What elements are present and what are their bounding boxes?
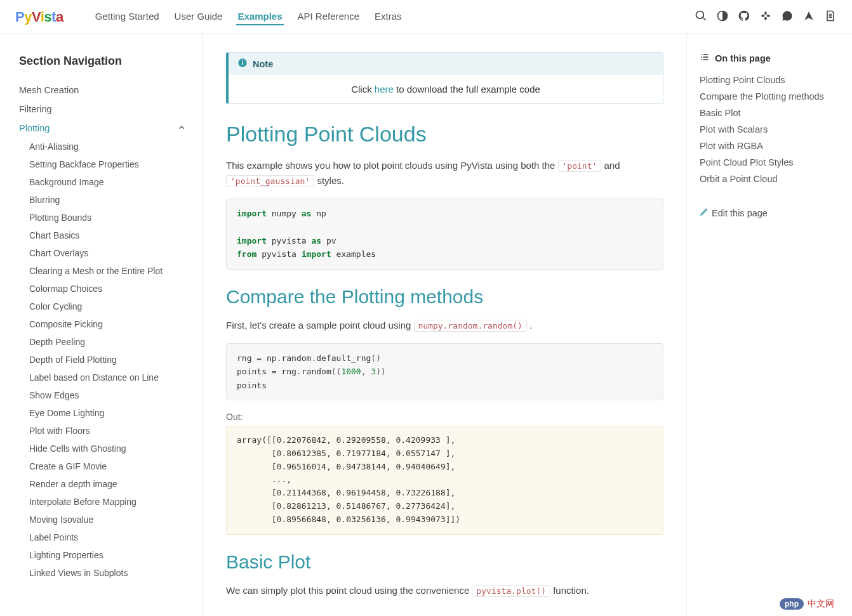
pencil-icon xyxy=(700,208,709,218)
download-link[interactable]: here xyxy=(375,84,394,95)
github-icon[interactable] xyxy=(738,10,750,25)
nav-examples[interactable]: Examples xyxy=(236,8,283,25)
nav-extras[interactable]: Extras xyxy=(373,8,403,25)
theme-icon[interactable] xyxy=(716,10,729,25)
sidebar-item-mesh-creation[interactable]: Mesh Creation xyxy=(19,81,191,100)
toc-compare-the-plotting-methods[interactable]: Compare the Plotting methods xyxy=(700,88,839,105)
docs-icon[interactable] xyxy=(824,10,837,25)
main-content: i Note Click here to download the full e… xyxy=(203,34,687,616)
info-icon: i xyxy=(237,58,248,70)
logo[interactable]: PyVista xyxy=(15,9,63,25)
sidebar-item-colormap-choices[interactable]: Colormap Choices xyxy=(29,280,191,298)
slack-icon[interactable] xyxy=(759,10,772,25)
section-nav-title: Section Navigation xyxy=(19,55,191,68)
sidebar-item-show-edges[interactable]: Show Edges xyxy=(29,386,191,404)
nav-api-reference[interactable]: API Reference xyxy=(296,8,361,25)
sidebar-item-moving-isovalue[interactable]: Moving Isovalue xyxy=(29,511,191,528)
code-block-rng: rng = np.random.default_rng() points = r… xyxy=(226,343,663,400)
sidebar-item-depth-of-field-plotting[interactable]: Depth of Field Plotting xyxy=(29,351,191,369)
discourse-icon[interactable] xyxy=(781,10,794,25)
svg-rect-4 xyxy=(764,16,766,20)
section-basic-title: Basic Plot xyxy=(226,551,663,573)
sidebar-item-plotting-bounds[interactable]: Plotting Bounds xyxy=(29,209,191,226)
search-icon[interactable] xyxy=(695,10,707,25)
list-icon xyxy=(700,52,710,64)
sidebar-item-anti-aliasing[interactable]: Anti-Aliasing xyxy=(29,138,191,155)
sidebar-item-blurring[interactable]: Blurring xyxy=(29,191,191,209)
sidebar-item-hide-cells-with-ghosting[interactable]: Hide Cells with Ghosting xyxy=(29,440,191,457)
toc-plotting-point-clouds[interactable]: Plotting Point Clouds xyxy=(700,72,839,88)
on-this-page: On this page Plotting Point CloudsCompar… xyxy=(687,34,852,616)
sidebar-item-lighting-properties[interactable]: Lighting Properties xyxy=(29,546,191,564)
sidebar-item-interpolate-before-mapping[interactable]: Interpolate Before Mapping xyxy=(29,493,191,511)
toc-plot-with-rgba[interactable]: Plot with RGBA xyxy=(700,138,839,154)
sidebar-item-render-a-depth-image[interactable]: Render a depth image xyxy=(29,475,191,493)
toolbar xyxy=(695,10,837,25)
toc-orbit-a-point-cloud[interactable]: Orbit a Point Cloud xyxy=(700,171,839,187)
sidebar-item-color-cycling[interactable]: Color Cycling xyxy=(29,298,191,315)
nav-user-guide[interactable]: User Guide xyxy=(173,8,224,25)
svg-text:i: i xyxy=(242,60,244,66)
sidebar-item-clearing-a-mesh-or-the-entire-plot[interactable]: Clearing a Mesh or the Entire Plot xyxy=(29,262,191,280)
sidebar-item-filtering[interactable]: Filtering xyxy=(19,100,191,119)
compare-paragraph: First, let's create a sample point cloud… xyxy=(226,318,663,333)
sidebar-item-chart-basics[interactable]: Chart Basics xyxy=(29,226,191,244)
sidebar-item-eye-dome-lighting[interactable]: Eye Dome Lighting xyxy=(29,404,191,422)
toc-plot-with-scalars[interactable]: Plot with Scalars xyxy=(700,121,839,138)
toc-basic-plot[interactable]: Basic Plot xyxy=(700,105,839,121)
svg-rect-1 xyxy=(761,15,764,16)
sidebar-item-composite-picking[interactable]: Composite Picking xyxy=(29,315,191,333)
top-nav: Getting StartedUser GuideExamplesAPI Ref… xyxy=(94,8,695,25)
note-admonition: i Note Click here to download the full e… xyxy=(226,52,663,104)
sidebar-item-plot-with-floors[interactable]: Plot with Floors xyxy=(29,422,191,440)
sidebar-item-label-based-on-distance-on-line[interactable]: Label based on Distance on Line xyxy=(29,369,191,386)
sidebar-item-label-points[interactable]: Label Points xyxy=(29,528,191,546)
support-icon[interactable] xyxy=(802,10,815,25)
code-block-imports: import numpy as np import pyvista as pv … xyxy=(226,199,663,270)
section-compare-title: Compare the Plotting methods xyxy=(226,286,663,308)
topbar: PyVista Getting StartedUser GuideExample… xyxy=(0,0,852,34)
note-body: Click here to download the full example … xyxy=(229,75,663,103)
chevron-up-icon xyxy=(177,123,186,134)
sidebar-item-chart-overlays[interactable]: Chart Overlays xyxy=(29,244,191,262)
sidebar-item-create-a-gif-movie[interactable]: Create a GIF Movie xyxy=(29,457,191,475)
nav-getting-started[interactable]: Getting Started xyxy=(94,8,161,25)
svg-rect-2 xyxy=(767,15,770,16)
sidebar-item-depth-peeling[interactable]: Depth Peeling xyxy=(29,333,191,351)
svg-rect-3 xyxy=(764,11,766,15)
section-nav: Section Navigation Mesh CreationFilterin… xyxy=(0,34,203,616)
page-title: Plotting Point Clouds xyxy=(226,122,663,147)
watermark-badge: php 中文网 xyxy=(773,596,841,612)
sidebar-item-setting-backface-properties[interactable]: Setting Backface Properties xyxy=(29,155,191,173)
edit-page-link[interactable]: Edit this page xyxy=(700,204,839,221)
sidebar-item-linked-views-in-subplots[interactable]: Linked Views in Subplots xyxy=(29,564,191,582)
intro-paragraph: This example shows you how to plot point… xyxy=(226,158,663,188)
sidebar-item-plotting[interactable]: Plotting xyxy=(19,119,191,138)
output-block: array([[0.22076842, 0.29209558, 0.420993… xyxy=(226,426,663,535)
basic-paragraph: We can simply plot this point cloud usin… xyxy=(226,583,663,598)
output-label: Out: xyxy=(226,412,663,422)
toc-point-cloud-plot-styles[interactable]: Point Cloud Plot Styles xyxy=(700,154,839,171)
sidebar-item-background-image[interactable]: Background Image xyxy=(29,173,191,191)
